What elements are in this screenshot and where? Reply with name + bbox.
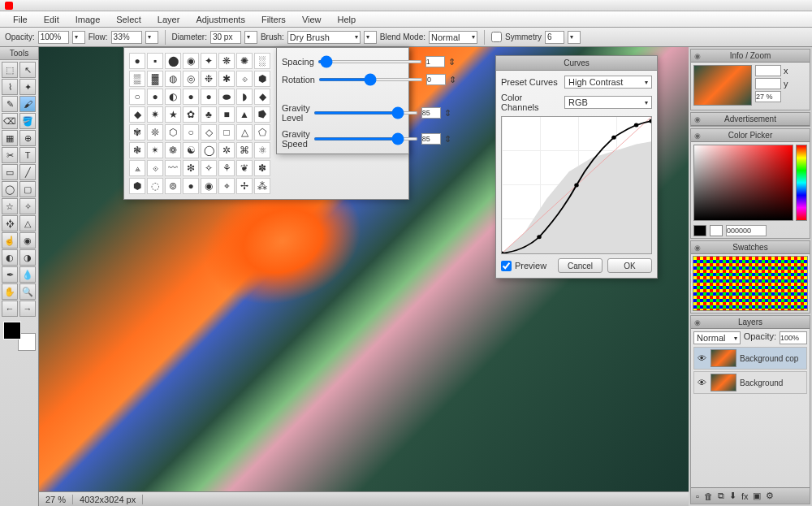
eraser-tool[interactable]: ⌫ xyxy=(2,113,18,129)
brush-preset[interactable]: ⟁ xyxy=(129,160,145,176)
brush-preset[interactable]: ◉ xyxy=(201,178,217,194)
menu-file[interactable]: File xyxy=(5,15,36,24)
colorpicker-header[interactable]: Color Picker xyxy=(691,129,810,142)
gravity-level-slider[interactable] xyxy=(313,111,418,115)
eyedropper-tool[interactable]: 💧 xyxy=(19,266,36,283)
rect-tool[interactable]: ▭ xyxy=(2,164,18,180)
brush-preset[interactable]: ⭓ xyxy=(254,106,270,123)
brush-preset[interactable]: ✷ xyxy=(147,106,163,123)
brush-preset[interactable]: ◗ xyxy=(236,89,253,105)
brush-preset[interactable]: ⁂ xyxy=(254,178,270,194)
pencil-tool[interactable]: ✎ xyxy=(2,96,18,112)
delete-layer-icon[interactable]: 🗑 xyxy=(704,491,713,501)
brush-preset[interactable]: ❃ xyxy=(129,142,145,158)
brush-preset[interactable]: 〰 xyxy=(165,160,181,176)
brush-preset[interactable]: ✧ xyxy=(201,160,217,176)
brush-preset[interactable]: ● xyxy=(147,89,163,105)
new-layer-icon[interactable]: ▫ xyxy=(696,491,699,501)
menu-layer[interactable]: Layer xyxy=(149,15,188,24)
brush-preset[interactable]: ○ xyxy=(129,89,145,105)
info-y-input[interactable] xyxy=(755,78,781,89)
preview-checkbox[interactable] xyxy=(501,261,512,271)
brush-preset[interactable]: ● xyxy=(129,53,145,69)
channels-dropdown[interactable]: RGB xyxy=(564,96,652,109)
wand-tool[interactable]: ✦ xyxy=(19,79,36,95)
symmetry-checkbox[interactable] xyxy=(491,32,502,42)
brush-preset[interactable]: ✴ xyxy=(147,142,163,158)
layer-mask-icon[interactable]: ▣ xyxy=(753,491,761,501)
brush-preset[interactable]: ⬢ xyxy=(254,71,270,87)
gravity-level-stepper-icon[interactable]: ⇕ xyxy=(444,108,451,119)
brush-preset[interactable]: ▪ xyxy=(147,53,163,69)
text-tool[interactable]: T xyxy=(19,147,36,163)
brush-preset[interactable]: ✾ xyxy=(129,124,145,141)
layer-row[interactable]: 👁 Background cop xyxy=(693,347,807,370)
advertisement-header[interactable]: Advertisement xyxy=(691,113,810,126)
star-tool[interactable]: ☆ xyxy=(2,198,18,214)
merge-down-icon[interactable]: ⬇ xyxy=(729,491,736,501)
brush-preset[interactable]: ⚛ xyxy=(254,142,270,158)
preset-dropdown[interactable]: High Contrast xyxy=(564,76,652,89)
infozoom-header[interactable]: Info / Zoom xyxy=(691,50,810,63)
info-zoom-input[interactable] xyxy=(755,91,781,102)
diameter-dropdown[interactable] xyxy=(244,31,257,44)
brush-preset[interactable]: ⊚ xyxy=(165,178,181,194)
colorpicker-hex-input[interactable] xyxy=(726,225,767,236)
move-tool[interactable]: ↖ xyxy=(19,62,36,78)
zoom-tool[interactable]: 🔍 xyxy=(19,283,36,300)
brush-popup-toggle[interactable] xyxy=(364,31,377,44)
burn-tool[interactable]: ◑ xyxy=(19,249,36,266)
pen-tool[interactable]: ✒ xyxy=(2,266,18,283)
custom-shape-tool[interactable]: ✧ xyxy=(19,198,36,214)
brush-preset[interactable]: ▒ xyxy=(129,71,145,87)
brush-preset[interactable]: ◆ xyxy=(254,89,270,105)
curves-graph[interactable] xyxy=(501,116,652,254)
cancel-button[interactable]: Cancel xyxy=(558,258,603,273)
brush-preset[interactable]: ★ xyxy=(165,106,181,123)
rounded-rect-tool[interactable]: ▢ xyxy=(19,181,36,197)
brush-preset[interactable]: ▓ xyxy=(147,71,163,87)
opacity-input[interactable] xyxy=(38,31,69,44)
rotation-input[interactable] xyxy=(426,74,446,85)
diameter-input[interactable] xyxy=(210,31,241,44)
redo-tool[interactable]: → xyxy=(19,301,36,317)
brush-preset[interactable]: ♣ xyxy=(201,106,217,123)
lasso-tool[interactable]: ⌇ xyxy=(2,79,18,95)
brush-preset[interactable]: ✽ xyxy=(254,160,270,176)
spacing-stepper-icon[interactable]: ⇕ xyxy=(448,57,456,67)
layer-visibility-icon[interactable]: 👁 xyxy=(696,353,707,363)
layers-header[interactable]: Layers xyxy=(691,316,810,329)
ellipse-tool[interactable]: ◯ xyxy=(2,181,18,197)
sponge-tool[interactable]: ◉ xyxy=(19,232,36,249)
swatches-grid[interactable] xyxy=(693,256,808,311)
crop-tool[interactable]: ✂ xyxy=(2,147,18,163)
brush-preset[interactable]: ⟐ xyxy=(236,71,253,87)
brush-preset[interactable]: □ xyxy=(218,124,235,141)
brush-preset[interactable]: ░ xyxy=(254,53,270,69)
info-x-input[interactable] xyxy=(755,65,781,76)
brush-preset[interactable]: ◍ xyxy=(165,71,181,87)
colorpicker-fg-swatch[interactable] xyxy=(693,225,706,236)
smudge-tool[interactable]: ☝ xyxy=(2,232,18,249)
navigator-thumbnail[interactable] xyxy=(693,65,752,106)
brush-preset[interactable]: △ xyxy=(236,124,253,141)
gravity-level-input[interactable] xyxy=(421,107,441,119)
brush-tool[interactable]: 🖌 xyxy=(19,96,36,112)
gravity-speed-input[interactable] xyxy=(421,133,441,145)
brush-preset[interactable]: ⚘ xyxy=(218,160,235,176)
undo-tool[interactable]: ← xyxy=(2,301,18,317)
brush-preset[interactable]: ◆ xyxy=(129,106,145,123)
gravity-speed-stepper-icon[interactable]: ⇕ xyxy=(444,134,451,145)
blur-tool[interactable]: ᠅ xyxy=(2,215,18,231)
brush-preset[interactable]: ✦ xyxy=(201,53,217,69)
brush-preset[interactable]: ⬠ xyxy=(254,124,270,141)
marquee-tool[interactable]: ⬚ xyxy=(2,62,18,78)
line-tool[interactable]: ╱ xyxy=(19,164,36,180)
flow-dropdown[interactable] xyxy=(145,31,158,44)
ok-button[interactable]: OK xyxy=(607,258,652,273)
spacing-input[interactable] xyxy=(425,56,445,67)
layer-row[interactable]: 👁 Background xyxy=(693,371,807,394)
brush-preset[interactable]: ⬡ xyxy=(165,124,181,141)
brush-preset[interactable]: ▲ xyxy=(236,106,253,123)
brush-preset[interactable]: ✿ xyxy=(183,106,199,123)
